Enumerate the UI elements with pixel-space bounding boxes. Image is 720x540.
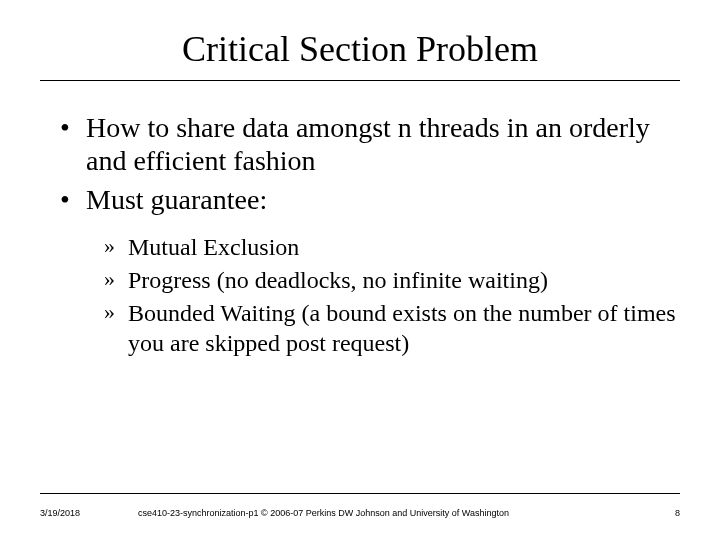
slide-footer: 3/19/2018 cse410-23-synchronization-p1 ©… [40,508,680,518]
footer-date: 3/19/2018 [40,508,120,518]
bullet-text: Must guarantee: [86,184,267,215]
footer-center: cse410-23-synchronization-p1 © 2006-07 P… [120,508,650,518]
bullet-item: Must guarantee: Mutual Exclusion Progres… [60,183,680,359]
sub-bullet-item: Mutual Exclusion [104,232,680,263]
slide-body: How to share data amongst n threads in a… [0,81,720,359]
footer-page-number: 8 [650,508,680,518]
footer-divider [40,493,680,494]
sub-bullet-item: Progress (no deadlocks, no infinite wait… [104,265,680,296]
bullet-item: How to share data amongst n threads in a… [60,111,680,177]
slide-title: Critical Section Problem [40,28,680,80]
sub-bullet-item: Bounded Waiting (a bound exists on the n… [104,298,680,359]
